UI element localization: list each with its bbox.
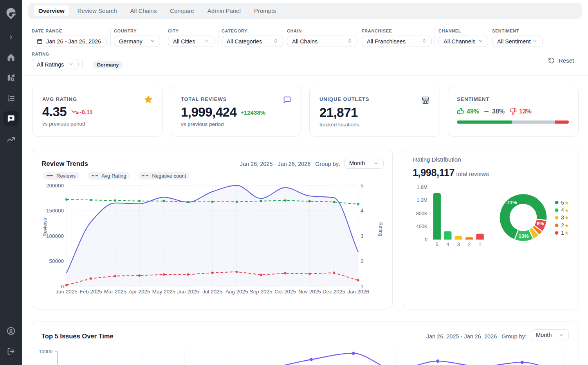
svg-text:3: 3 — [361, 233, 364, 239]
svg-text:Jan 2026: Jan 2026 — [347, 289, 369, 295]
svg-text:4: 4 — [361, 208, 364, 214]
svg-text:1.6M: 1.6M — [417, 185, 427, 190]
svg-text:3: 3 — [8, 99, 9, 102]
svg-text:400K: 400K — [416, 224, 428, 229]
svg-text:Mar 2025: Mar 2025 — [104, 289, 126, 295]
svg-text:5: 5 — [561, 200, 564, 206]
svg-text:May 2025: May 2025 — [152, 289, 175, 295]
svg-text:Reviews: Reviews — [42, 218, 48, 236]
svg-text:★: ★ — [565, 200, 569, 206]
svg-text:13%: 13% — [518, 233, 528, 239]
svg-text:2: 2 — [468, 241, 471, 247]
svg-text:Dec 2025: Dec 2025 — [323, 289, 345, 295]
svg-text:800K: 800K — [416, 211, 428, 216]
svg-text:8%: 8% — [537, 221, 544, 227]
svg-text:Oct 2025: Oct 2025 — [274, 289, 296, 295]
svg-text:1: 1 — [478, 241, 481, 247]
svg-text:4: 4 — [446, 241, 449, 247]
svg-text:★: ★ — [565, 208, 569, 213]
svg-text:3: 3 — [457, 241, 460, 247]
svg-text:1.2M: 1.2M — [417, 198, 427, 203]
svg-text:Aug 2025: Aug 2025 — [225, 289, 248, 295]
svg-text:4: 4 — [561, 207, 564, 213]
svg-text:Sep 2025: Sep 2025 — [250, 289, 272, 295]
svg-text:50000: 50000 — [49, 258, 64, 264]
svg-text:10000: 10000 — [39, 349, 52, 354]
svg-text:2: 2 — [561, 222, 564, 228]
svg-text:Rating: Rating — [378, 222, 383, 236]
svg-text:Apr 2025: Apr 2025 — [129, 289, 150, 295]
svg-text:1: 1 — [561, 230, 564, 236]
svg-text:Feb 2025: Feb 2025 — [80, 289, 102, 295]
svg-text:Jul 2025: Jul 2025 — [202, 289, 222, 295]
svg-text:★: ★ — [565, 230, 569, 236]
svg-text:5: 5 — [436, 241, 438, 247]
svg-text:Jan 2025: Jan 2025 — [56, 289, 78, 295]
svg-text:71%: 71% — [507, 200, 517, 205]
svg-text:150000: 150000 — [46, 208, 64, 214]
svg-text:2: 2 — [361, 258, 364, 264]
svg-text:5: 5 — [361, 183, 364, 189]
svg-text:Jun 2025: Jun 2025 — [177, 289, 199, 295]
svg-text:200000: 200000 — [46, 183, 64, 189]
svg-text:Nov 2025: Nov 2025 — [298, 289, 321, 295]
svg-text:0: 0 — [425, 237, 427, 243]
svg-text:3: 3 — [561, 214, 564, 221]
svg-text:100000: 100000 — [46, 233, 64, 239]
svg-text:★: ★ — [565, 223, 569, 228]
svg-text:★: ★ — [565, 215, 569, 221]
